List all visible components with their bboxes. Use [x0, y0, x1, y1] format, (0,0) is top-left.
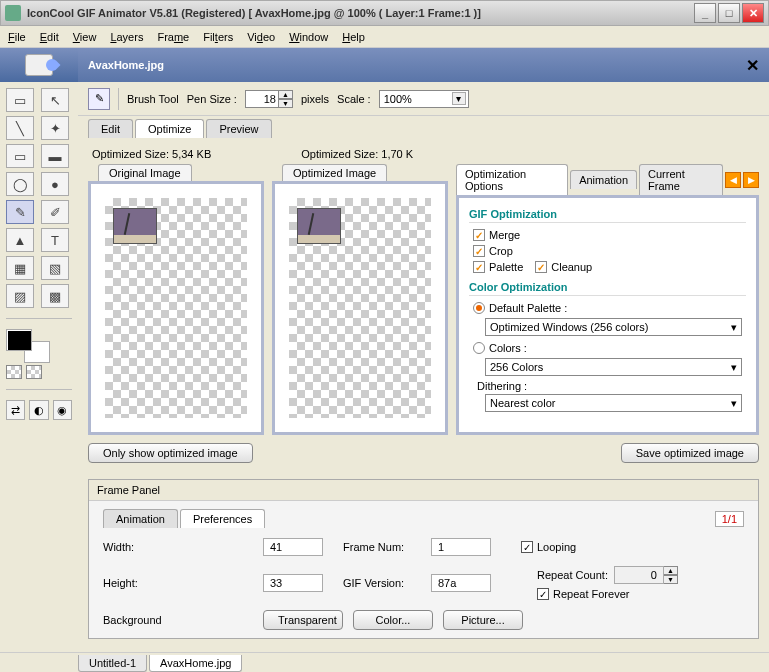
width-input[interactable]: [263, 538, 323, 556]
optimized-canvas: [289, 198, 431, 418]
repeat-forever-checkbox[interactable]: ✓: [537, 588, 549, 600]
main-tabs: Edit Optimize Preview: [78, 116, 769, 138]
color-button[interactable]: Color...: [353, 610, 433, 630]
menu-video[interactable]: Video: [247, 31, 275, 43]
document-close-button[interactable]: ✕: [746, 56, 759, 75]
brush-icon: [25, 54, 53, 76]
fp-tab-animation[interactable]: Animation: [103, 509, 178, 528]
tool-ellipse-fill[interactable]: ●: [41, 172, 69, 196]
fp-tab-preferences[interactable]: Preferences: [180, 509, 265, 528]
maximize-button[interactable]: □: [718, 3, 740, 23]
only-show-optimized-button[interactable]: Only show optimized image: [88, 443, 253, 463]
nav-icon-3[interactable]: ◉: [53, 400, 72, 420]
bottom-tab-untitled[interactable]: Untitled-1: [78, 655, 147, 672]
transparent-swatch-2[interactable]: [26, 365, 42, 379]
bottom-tab-avaxhome[interactable]: AvaxHome.jpg: [149, 655, 242, 672]
tab-optimization-options[interactable]: Optimization Options: [456, 164, 568, 195]
color-optimization-title: Color Optimization: [469, 281, 746, 296]
optimized-size-label: Optimized Size: 1,70 K: [301, 148, 413, 160]
original-size-label: Optimized Size: 5,34 KB: [92, 148, 211, 160]
frame-count: 1/1: [715, 511, 744, 527]
colors-select[interactable]: 256 Colors▾: [485, 358, 742, 376]
optimized-thumbnail: [297, 208, 341, 244]
palette-select[interactable]: Optimized Windows (256 colors)▾: [485, 318, 742, 336]
pensize-label: Pen Size :: [187, 93, 237, 105]
repeatcount-input[interactable]: ▲▼: [614, 566, 678, 584]
menu-frame[interactable]: Frame: [157, 31, 189, 43]
merge-checkbox[interactable]: ✓: [473, 229, 485, 241]
nav-icon-1[interactable]: ⇄: [6, 400, 25, 420]
save-optimized-button[interactable]: Save optimized image: [621, 443, 759, 463]
default-palette-radio[interactable]: [473, 302, 485, 314]
original-tab[interactable]: Original Image: [98, 164, 192, 181]
pensize-input[interactable]: ▲▼: [245, 90, 293, 108]
original-image-panel: Original Image: [88, 164, 264, 435]
minimize-button[interactable]: _: [694, 3, 716, 23]
menu-layers[interactable]: Layers: [110, 31, 143, 43]
window-title: IconCool GIF Animator V5.81 (Registered)…: [27, 7, 694, 19]
frame-panel-title: Frame Panel: [89, 480, 758, 501]
brush-tool-label: Brush Tool: [127, 93, 179, 105]
scale-select[interactable]: 100%: [379, 90, 469, 108]
crop-checkbox[interactable]: ✓: [473, 245, 485, 257]
tab-animation[interactable]: Animation: [570, 170, 637, 189]
transparent-button[interactable]: Transparent: [263, 610, 343, 630]
tool-gradient3[interactable]: ▨: [6, 284, 34, 308]
tool-move[interactable]: ↖: [41, 88, 69, 112]
app-icon: [5, 5, 21, 21]
menu-window[interactable]: Window: [289, 31, 328, 43]
nav-prev-icon[interactable]: ◀: [725, 172, 741, 188]
palette-checkbox[interactable]: ✓: [473, 261, 485, 273]
tool-header: [0, 48, 78, 82]
cleanup-checkbox[interactable]: ✓: [535, 261, 547, 273]
pensize-up[interactable]: ▲: [279, 90, 293, 99]
menu-help[interactable]: Help: [342, 31, 365, 43]
tool-gradient1[interactable]: ▦: [6, 256, 34, 280]
pensize-down[interactable]: ▼: [279, 99, 293, 108]
tool-eyedropper[interactable]: ✐: [41, 200, 69, 224]
menu-view[interactable]: View: [73, 31, 97, 43]
tool-rect[interactable]: ▭: [6, 144, 34, 168]
dither-select[interactable]: Nearest color▾: [485, 394, 742, 412]
menu-filters[interactable]: Filters: [203, 31, 233, 43]
optimized-tab[interactable]: Optimized Image: [282, 164, 387, 181]
document-header: AvaxHome.jpg ✕: [78, 48, 769, 82]
brush-options-bar: ✎ Brush Tool Pen Size : ▲▼ pixels Scale …: [78, 82, 769, 116]
gifversion-input[interactable]: [431, 574, 491, 592]
framenum-input[interactable]: [431, 538, 491, 556]
tool-select-rect[interactable]: ▭: [6, 88, 34, 112]
tool-text[interactable]: T: [41, 228, 69, 252]
document-name: AvaxHome.jpg: [88, 59, 164, 71]
nav-next-icon[interactable]: ▶: [743, 172, 759, 188]
close-button[interactable]: ✕: [742, 3, 764, 23]
window-titlebar: IconCool GIF Animator V5.81 (Registered)…: [0, 0, 769, 26]
tab-edit[interactable]: Edit: [88, 119, 133, 138]
tool-gradient2[interactable]: ▧: [41, 256, 69, 280]
transparent-swatch-1[interactable]: [6, 365, 22, 379]
menu-file[interactable]: File: [8, 31, 26, 43]
colors-radio[interactable]: [473, 342, 485, 354]
picture-button[interactable]: Picture...: [443, 610, 523, 630]
foreground-color-swatch[interactable]: [6, 329, 32, 351]
tool-fill[interactable]: ▲: [6, 228, 34, 252]
tool-sidebar: ▭ ↖ ╲ ✦ ▭ ▬ ◯ ● ✎ ✐ ▲ T ▦ ▧ ▨ ▩ ⇄: [0, 48, 78, 652]
tool-ellipse[interactable]: ◯: [6, 172, 34, 196]
tool-brush[interactable]: ✎: [6, 200, 34, 224]
nav-icon-2[interactable]: ◐: [29, 400, 48, 420]
height-input[interactable]: [263, 574, 323, 592]
scale-label: Scale :: [337, 93, 371, 105]
tool-rect-fill[interactable]: ▬: [41, 144, 69, 168]
tool-line[interactable]: ╲: [6, 116, 34, 140]
original-thumbnail: [113, 208, 157, 244]
tool-wand[interactable]: ✦: [41, 116, 69, 140]
color-swatches: [0, 323, 78, 385]
tab-current-frame[interactable]: Current Frame: [639, 164, 723, 195]
optimization-panel: Optimization Options Animation Current F…: [456, 164, 759, 435]
brush-icon-small[interactable]: ✎: [88, 88, 110, 110]
tool-gradient4[interactable]: ▩: [41, 284, 69, 308]
optimized-image-panel: Optimized Image: [272, 164, 448, 435]
menu-edit[interactable]: Edit: [40, 31, 59, 43]
tab-preview[interactable]: Preview: [206, 119, 271, 138]
tab-optimize[interactable]: Optimize: [135, 119, 204, 138]
looping-checkbox[interactable]: ✓: [521, 541, 533, 553]
